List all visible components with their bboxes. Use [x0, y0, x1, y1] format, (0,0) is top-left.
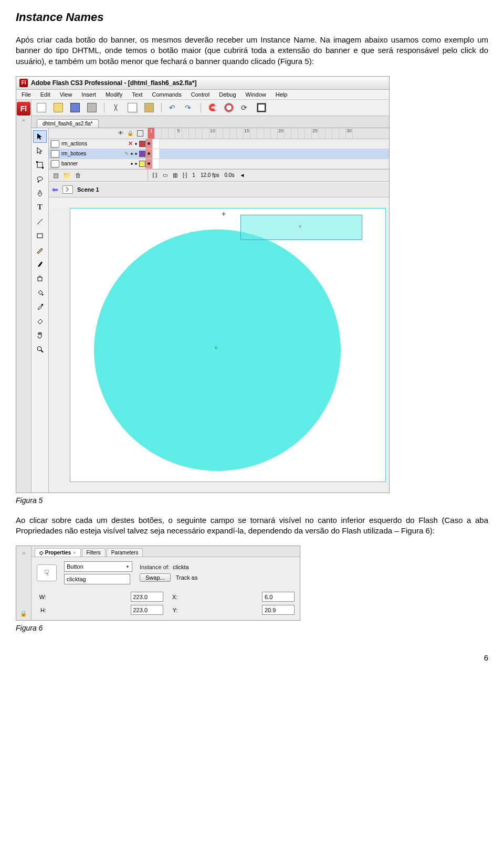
layer-name: rm_botoes	[61, 151, 86, 156]
align-icon[interactable]	[257, 103, 266, 112]
separator	[104, 103, 104, 112]
onion-skin-icon[interactable]: ▥	[173, 172, 177, 178]
lock-icon[interactable]	[127, 130, 133, 136]
cut-icon[interactable]	[112, 103, 120, 112]
document-tab[interactable]: dhtml_flash6_as2.fla*	[37, 119, 99, 128]
ink-bottle-tool-icon[interactable]	[33, 272, 47, 285]
paste-icon[interactable]	[144, 103, 154, 112]
tab-filters[interactable]: Filters	[82, 548, 106, 557]
menu-view[interactable]: View	[60, 91, 72, 98]
outline-color-icon[interactable]	[139, 161, 145, 167]
layer-name: rm_actions	[61, 141, 87, 146]
menu-debug[interactable]: Debug	[219, 91, 236, 98]
copy-icon[interactable]	[128, 103, 137, 112]
eye-icon[interactable]	[118, 130, 123, 136]
rotate-icon[interactable]	[241, 103, 249, 112]
zoom-tool-icon[interactable]	[33, 343, 47, 355]
line-tool-icon[interactable]	[33, 215, 47, 228]
menu-file[interactable]: File	[22, 91, 31, 98]
timeline-footer: ▤ 📁 🗑 ⟦⟧ ▭ ▥ [·] 1 12.0 fps	[49, 169, 389, 181]
dot-icon[interactable]	[131, 153, 133, 155]
collapse-arrow-icon[interactable]: »	[22, 549, 26, 557]
swap-button[interactable]: Swap...	[140, 573, 171, 582]
eraser-tool-icon[interactable]	[33, 315, 47, 327]
save-icon[interactable]	[70, 103, 80, 112]
circle-shape[interactable]	[94, 229, 341, 471]
height-input[interactable]: 223.0	[131, 605, 163, 615]
lasso-tool-icon[interactable]	[33, 173, 47, 185]
svg-rect-0	[37, 162, 43, 167]
lock-constrain-icon[interactable]: 🔒	[20, 610, 27, 617]
width-input[interactable]: 223.0	[131, 592, 163, 602]
new-icon[interactable]	[37, 103, 46, 112]
stage[interactable]: + + ○ ○	[70, 208, 386, 482]
frame-number: 1	[148, 128, 155, 139]
dot-icon[interactable]	[135, 153, 137, 155]
frame-number: 30	[346, 128, 353, 139]
onion-skin-icon[interactable]: ▭	[163, 172, 167, 178]
menu-text[interactable]: Text	[132, 91, 142, 98]
x-input[interactable]: 6.0	[262, 592, 295, 602]
open-icon[interactable]	[54, 103, 63, 112]
smooth-icon[interactable]	[224, 103, 234, 112]
text-tool-icon[interactable]: T	[33, 201, 47, 214]
flash-dock-icon[interactable]: Fl	[17, 102, 30, 116]
menu-window[interactable]: Window	[246, 91, 266, 98]
undo-icon[interactable]	[169, 103, 177, 112]
snap-icon[interactable]	[208, 103, 217, 112]
symbol-type-dropdown[interactable]: Button ▼	[64, 561, 132, 572]
dot-icon[interactable]	[131, 163, 133, 165]
layer-icon	[51, 150, 59, 158]
selected-button-bbox[interactable]: ○	[240, 215, 362, 240]
brush-tool-icon[interactable]	[33, 258, 47, 270]
edit-layer-icon[interactable]: ✎	[124, 151, 129, 156]
tab-properties[interactable]: ◇ Properties×	[35, 548, 81, 557]
paragraph-intro: Após criar cada botão do banner, os mesm…	[16, 35, 488, 67]
chevron-down-icon: ▼	[125, 564, 130, 569]
selection-tool-icon[interactable]	[33, 130, 47, 143]
instance-name-input[interactable]: clicktag	[64, 574, 130, 584]
dot-icon[interactable]	[135, 163, 137, 165]
outline-icon[interactable]	[137, 130, 143, 137]
print-icon[interactable]	[87, 103, 97, 112]
new-folder-icon[interactable]: 📁	[63, 172, 71, 179]
paint-bucket-tool-icon[interactable]	[33, 286, 47, 299]
onion-skin-icon[interactable]: ⟦⟧	[152, 172, 158, 178]
w-label: W:	[37, 594, 46, 600]
timeline-frame-ruler[interactable]: 1 5 10 15 20 25	[148, 128, 389, 139]
tab-parameters[interactable]: Parameters	[107, 548, 143, 557]
pencil-tool-icon[interactable]	[33, 244, 47, 256]
hand-tool-icon[interactable]	[33, 329, 47, 341]
scroll-left-icon[interactable]: ◄	[239, 172, 245, 178]
back-arrow-icon[interactable]: ⬅	[52, 185, 58, 194]
outline-color-icon[interactable]	[139, 141, 145, 147]
scene-name[interactable]: Scene 1	[77, 186, 99, 193]
new-layer-icon[interactable]: ▤	[53, 172, 59, 179]
menu-edit[interactable]: Edit	[40, 91, 50, 98]
y-input[interactable]: 20.9	[262, 605, 295, 615]
lock-dot-icon[interactable]	[135, 143, 137, 145]
pen-tool-icon[interactable]	[33, 187, 47, 200]
redo-icon[interactable]	[185, 103, 193, 112]
free-transform-tool-icon[interactable]	[33, 159, 47, 171]
outline-color-icon[interactable]	[139, 151, 145, 157]
dock-collapse-icon[interactable]: «	[22, 118, 25, 123]
timeline-layer-row[interactable]: banner	[49, 159, 389, 169]
layer-name: banner	[61, 161, 78, 166]
timeline-layer-row[interactable]: rm_botoes ✎	[49, 149, 389, 159]
menu-help[interactable]: Help	[276, 91, 288, 98]
rectangle-tool-icon[interactable]	[33, 229, 47, 242]
timeline-layer-row[interactable]: rm_actions ✕	[49, 139, 389, 149]
onion-skin-icon[interactable]: [·]	[183, 172, 187, 178]
menu-control[interactable]: Control	[191, 91, 209, 98]
menu-insert[interactable]: Insert	[81, 91, 96, 98]
frame-number: 5	[175, 128, 182, 139]
menu-modify[interactable]: Modify	[106, 91, 122, 98]
properties-panel: » 🔒 ◇ Properties× Filters Parameters ☟ B…	[16, 546, 300, 621]
eyedropper-tool-icon[interactable]	[33, 300, 47, 313]
hide-layer-icon[interactable]: ✕	[128, 140, 133, 147]
subselection-tool-icon[interactable]	[33, 144, 47, 157]
menu-commands[interactable]: Commands	[152, 91, 181, 98]
fps-label: 12.0 fps	[201, 172, 219, 178]
delete-layer-icon[interactable]: 🗑	[75, 172, 81, 179]
